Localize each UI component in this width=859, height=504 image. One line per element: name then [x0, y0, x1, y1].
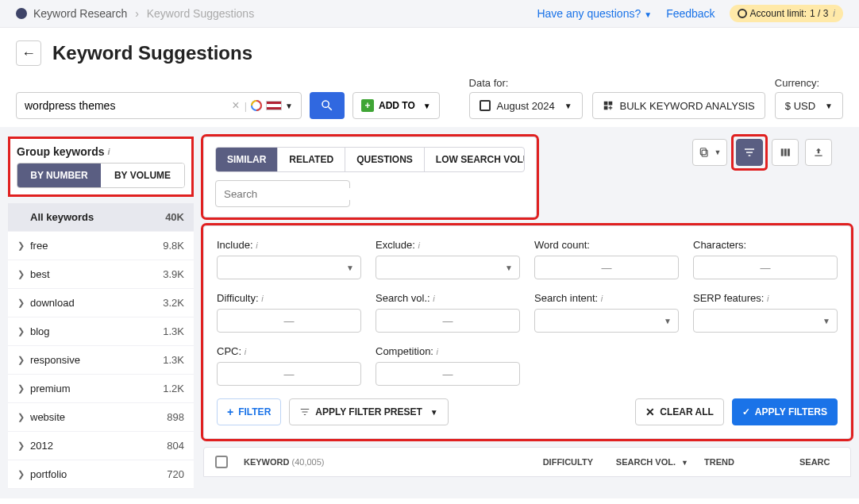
chevron-right-icon: ❯ — [17, 441, 30, 451]
keyword-group-row[interactable]: ❯best3.9K — [8, 260, 194, 289]
col-keyword[interactable]: KEYWORD (40,005) — [244, 457, 482, 467]
columns-button[interactable] — [772, 139, 799, 166]
apply-filters-button[interactable]: ✓ APPLY FILTERS — [732, 398, 838, 425]
keyword-group-row[interactable]: ❯responsive1.3K — [8, 346, 194, 375]
upload-icon — [813, 147, 824, 158]
all-keywords-row[interactable]: All keywords 40K — [8, 203, 194, 232]
characters-input[interactable] — [693, 256, 838, 279]
filter-icon — [743, 146, 756, 159]
chevron-right-icon: ❯ — [17, 383, 30, 394]
page-title: Keyword Suggestions — [52, 42, 252, 64]
crumb-root[interactable]: Keyword Research — [33, 7, 127, 20]
chevron-right-icon: ❯ — [17, 269, 30, 279]
filters-panel: Include: i▼ Exclude: i▼ Word count: Char… — [203, 225, 851, 439]
plus-square-icon: + — [361, 99, 374, 112]
col-difficulty[interactable]: DIFFICULTY — [514, 457, 593, 467]
filter-preset-button[interactable]: APPLY FILTER PRESET ▼ — [289, 398, 448, 425]
account-limit-badge[interactable]: Account limit: 1 / 3 i — [730, 5, 843, 22]
grid-plus-icon — [603, 100, 614, 111]
keyword-group-row[interactable]: ❯2012804 — [8, 432, 194, 460]
group-title: Group keywords — [17, 145, 104, 158]
include-input[interactable]: ▼ — [217, 256, 361, 279]
difficulty-input[interactable] — [217, 309, 361, 333]
tab-low-search[interactable]: LOW SEARCH VOLUME — [425, 148, 525, 171]
clear-all-button[interactable]: ✕ CLEAR ALL — [635, 398, 724, 425]
keyword-group-list: All keywords 40K ❯free9.8K❯best3.9K❯down… — [8, 203, 194, 489]
chevron-right-icon: ❯ — [17, 326, 30, 337]
add-filter-button[interactable]: + FILTER — [217, 398, 281, 425]
gauge-icon — [738, 9, 747, 18]
calendar-icon — [480, 100, 491, 111]
back-button[interactable]: ← — [16, 40, 41, 66]
serp-input[interactable]: ▼ — [693, 309, 838, 333]
by-volume-tab[interactable]: BY VOLUME — [101, 164, 184, 187]
currency-label: Currency: — [775, 77, 843, 89]
export-button[interactable] — [805, 139, 832, 166]
keyword-input[interactable] — [25, 99, 227, 112]
keyword-group-row[interactable]: ❯website898 — [8, 403, 194, 432]
cpc-input[interactable] — [217, 362, 361, 386]
crumb-page: Keyword Suggestions — [147, 7, 254, 20]
col-search-vol[interactable]: SEARCH VOL. ▼ — [609, 457, 688, 467]
intent-input[interactable]: ▼ — [534, 309, 679, 333]
wordcount-input[interactable] — [534, 256, 679, 279]
col-search[interactable]: SEARC — [799, 457, 839, 467]
tab-search-input[interactable] — [224, 188, 358, 200]
clear-icon[interactable]: × — [232, 98, 239, 113]
group-keywords-panel: Group keywords i BY NUMBER BY VOLUME — [8, 137, 194, 197]
col-trend[interactable]: TREND — [704, 457, 784, 467]
chevron-right-icon: ❯ — [17, 298, 30, 308]
date-selector[interactable]: August 2024 ▼ — [469, 92, 583, 119]
data-for-label: Data for: — [469, 77, 583, 89]
characters-label: Characters: — [693, 239, 838, 251]
svg-rect-6 — [781, 148, 784, 156]
tab-similar[interactable]: SIMILAR — [216, 148, 278, 171]
copy-button[interactable]: ▼ — [692, 139, 727, 166]
cpc-label: CPC: i — [217, 345, 361, 357]
bulk-analysis-button[interactable]: BULK KEYWORD ANALYSIS — [592, 92, 765, 119]
currency-selector[interactable]: $ USD ▼ — [775, 92, 843, 119]
search-button[interactable] — [310, 92, 345, 119]
keyword-search-box[interactable]: × | ▼ — [16, 92, 302, 119]
exclude-input[interactable]: ▼ — [376, 256, 520, 279]
keyword-group-row[interactable]: ❯download3.2K — [8, 289, 194, 317]
svg-rect-8 — [788, 148, 790, 156]
intent-label: Search intent: i — [534, 292, 679, 304]
tab-search-box[interactable] — [215, 180, 350, 207]
keyword-group-row[interactable]: ❯portfolio720 — [8, 460, 194, 489]
keyword-group-row[interactable]: ❯premium1.2K — [8, 375, 194, 403]
columns-icon — [780, 147, 791, 158]
svg-rect-2 — [608, 102, 612, 106]
info-icon[interactable]: i — [107, 147, 110, 156]
feedback-link[interactable]: Feedback — [666, 7, 715, 20]
google-icon — [250, 99, 263, 112]
questions-link[interactable]: Have any questions?▼ — [537, 7, 652, 20]
add-to-button[interactable]: + ADD TO ▼ — [352, 92, 440, 119]
results-table-header: KEYWORD (40,005) DIFFICULTY SEARCH VOL. … — [203, 447, 851, 477]
difficulty-label: Difficulty: i — [217, 292, 361, 304]
competition-input[interactable] — [376, 362, 520, 386]
close-icon: ✕ — [645, 406, 655, 418]
tab-related[interactable]: RELATED — [278, 148, 345, 171]
svg-rect-7 — [784, 148, 787, 156]
search-icon — [320, 98, 334, 113]
searchvol-label: Search vol.: i — [376, 292, 520, 304]
check-icon: ✓ — [742, 406, 750, 417]
keyword-group-row[interactable]: ❯blog1.3K — [8, 317, 194, 346]
svg-rect-3 — [603, 106, 607, 110]
chevron-right-icon: ❯ — [17, 355, 30, 365]
filter-toggle-button[interactable] — [736, 139, 763, 166]
svg-rect-5 — [700, 148, 706, 155]
preset-icon — [299, 406, 310, 417]
keyword-group-row[interactable]: ❯free9.8K — [8, 232, 194, 260]
wordcount-label: Word count: — [534, 239, 679, 251]
select-all-checkbox[interactable] — [215, 456, 228, 468]
chevron-down-icon[interactable]: ▼ — [285, 102, 293, 110]
plus-icon: + — [227, 406, 233, 418]
us-flag-icon[interactable] — [266, 101, 282, 110]
by-number-tab[interactable]: BY NUMBER — [17, 164, 101, 187]
tab-questions[interactable]: QUESTIONS — [345, 148, 425, 171]
searchvol-input[interactable] — [376, 309, 520, 333]
copy-icon — [699, 147, 710, 158]
serp-label: SERP features: i — [693, 292, 838, 304]
